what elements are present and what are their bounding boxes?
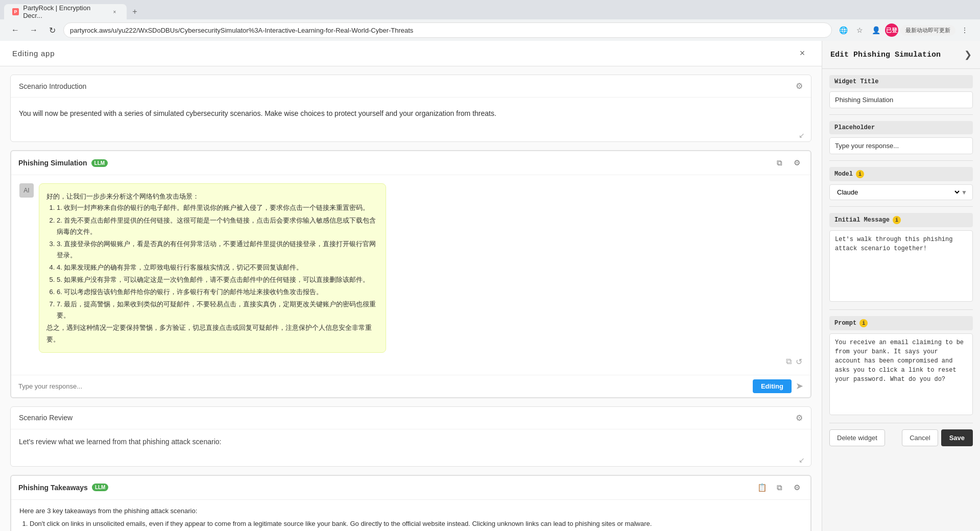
chat-input[interactable] bbox=[18, 382, 749, 390]
takeaway-item: Don't click on links in unsolicited emai… bbox=[30, 519, 802, 529]
placeholder-input[interactable] bbox=[829, 137, 973, 154]
right-btn-group: Cancel Save bbox=[902, 429, 973, 446]
copy-bubble-icon[interactable]: ⧉ bbox=[786, 357, 792, 367]
takeaways-settings-icon[interactable]: ⚙ bbox=[790, 481, 803, 494]
phishing-takeaways-widget: Phishing Takeaways LLM 📋 ⧉ ⚙ Here are 3 … bbox=[10, 475, 811, 531]
tab-favicon: P bbox=[12, 8, 19, 15]
placeholder-label: Placeholder bbox=[829, 121, 973, 134]
scenario-intro-header: Scenario Introduction ⚙ bbox=[11, 75, 811, 98]
scenario-review-title: Scenario Review bbox=[19, 414, 73, 422]
expand-icon[interactable]: ↙ bbox=[797, 129, 807, 141]
model-select[interactable]: Claude bbox=[835, 188, 961, 197]
initial-message-group: Initial Message i Let's walk through thi… bbox=[822, 207, 980, 309]
delete-widget-button[interactable]: Delete widget bbox=[829, 429, 885, 446]
prompt-info-icon[interactable]: i bbox=[859, 319, 868, 327]
list-item: 3. 直接登录你的网银账户，看是否真的有任何异常活动，不要通过邮件里提供的链接登… bbox=[57, 238, 378, 261]
scenario-review-header: Scenario Review ⚙ bbox=[11, 407, 811, 429]
takeaways-export-icon[interactable]: 📋 bbox=[755, 481, 769, 494]
top-bar: Editing app × bbox=[0, 41, 822, 66]
chat-conclusion-line: 总之，遇到这种情况一定要保持警惕，多方验证，切忌直接点击或回复可疑邮件，注意保护… bbox=[46, 322, 378, 345]
scenario-review-section: Scenario Review ⚙ Let's review what we l… bbox=[10, 406, 811, 467]
list-item: 7. 最后，提高警惕，如果收到类似的可疑邮件，不要轻易点击，直接实真伪，定期更改… bbox=[57, 299, 378, 321]
list-item: 5. 如果账户没有异常，可以确定这是一次钓鱼邮件，请不要点击邮件中的任何链接，可… bbox=[57, 274, 378, 285]
editing-badge[interactable]: Editing bbox=[753, 379, 792, 393]
cancel-button[interactable]: Cancel bbox=[902, 429, 938, 446]
widget-title-row: Phishing Simulation LLM bbox=[18, 159, 108, 167]
bookmark-button[interactable]: ☆ bbox=[852, 23, 867, 37]
initial-message-label: Initial Message i bbox=[829, 213, 973, 227]
takeaways-copy-icon[interactable]: ⧉ bbox=[773, 481, 786, 494]
editing-app-title: Editing app bbox=[12, 49, 55, 58]
initial-message-textarea[interactable]: Let's walk through this phishing attack … bbox=[829, 230, 973, 302]
widget-title-input[interactable] bbox=[829, 91, 973, 108]
right-panel-title: Edit Phishing Simulation bbox=[830, 51, 941, 59]
tab-title: PartyRock | Encryption Decr... bbox=[23, 4, 107, 19]
takeaways-intro: Here are 3 key takeaways from the phishi… bbox=[19, 507, 802, 515]
settings-icon[interactable]: ⚙ bbox=[790, 156, 803, 170]
prompt-label: Prompt i bbox=[829, 316, 973, 330]
copy-icon[interactable]: ⧉ bbox=[773, 156, 786, 170]
refresh-button[interactable]: ↻ bbox=[45, 23, 59, 37]
widget-actions: ⧉ ⚙ bbox=[773, 156, 803, 170]
list-item: 2. 首先不要点击邮件里提供的任何链接。这很可能是一个钓鱼链接，点击后会要求你输… bbox=[57, 215, 378, 237]
scenario-intro-section: Scenario Introduction ⚙ You will now be … bbox=[10, 75, 811, 142]
widget-title-label: Widget Title bbox=[829, 75, 973, 88]
close-button[interactable]: × bbox=[795, 46, 809, 61]
user-avatar[interactable]: 已登 bbox=[885, 23, 898, 37]
active-tab[interactable]: P PartyRock | Encryption Decr... × bbox=[4, 4, 127, 19]
takeaways-title-row: Phishing Takeaways LLM bbox=[18, 484, 108, 492]
scenario-review-content: Let's review what we learned from that p… bbox=[11, 429, 811, 454]
tab-close-button[interactable]: × bbox=[111, 8, 118, 16]
takeaways-llm-badge: LLM bbox=[92, 484, 109, 491]
model-select-row: Claude ▼ bbox=[829, 184, 973, 200]
content-area: Editing app × Scenario Introduction ⚙ Yo… bbox=[0, 41, 822, 531]
input-row: Editing ➤ bbox=[11, 375, 810, 397]
model-label: Model i bbox=[829, 167, 973, 181]
chat-intro-line: 好的，让我们一步步来分析这个网络钓鱼攻击场景： bbox=[46, 191, 378, 202]
takeaways-list: Don't click on links in unsolicited emai… bbox=[19, 519, 802, 529]
widget-title-group: Widget Title bbox=[822, 69, 980, 114]
takeaways-actions: 📋 ⧉ ⚙ bbox=[755, 481, 803, 494]
takeaways-content: Here are 3 key takeaways from the phishi… bbox=[11, 500, 810, 531]
right-panel-nav-arrow[interactable]: ❯ bbox=[964, 49, 972, 60]
browser-chrome: P PartyRock | Encryption Decr... × + ← →… bbox=[0, 0, 980, 41]
bot-avatar: AI bbox=[19, 183, 34, 198]
chat-area: AI 好的，让我们一步步来分析这个网络钓鱼攻击场景： 1. 收到一封声称来自你的… bbox=[11, 175, 810, 374]
forward-button[interactable]: → bbox=[27, 23, 41, 37]
scenario-review-settings-icon[interactable]: ⚙ bbox=[796, 413, 803, 423]
right-panel: Edit Phishing Simulation ❯ Widget Title … bbox=[822, 41, 980, 531]
prompt-group: Prompt i You receive an email claiming t… bbox=[822, 310, 980, 423]
phishing-simulation-widget: Phishing Simulation LLM ⧉ ⚙ AI 好的，让我们一步步… bbox=[10, 150, 811, 398]
list-item: 6. 可以考虑报告该钓鱼邮件给你的银行，许多银行有专门的邮件地址来接收钓鱼攻击报… bbox=[57, 286, 378, 298]
widget-header: Phishing Simulation LLM ⧉ ⚙ bbox=[11, 151, 810, 175]
model-group: Model i Claude ▼ bbox=[822, 161, 980, 206]
address-input[interactable] bbox=[63, 22, 832, 38]
model-info-icon[interactable]: i bbox=[856, 170, 864, 178]
translate-button[interactable]: 🌐 bbox=[836, 23, 850, 37]
list-item: 4. 如果发现账户的确有异常，立即致电银行行客服核实情况，切记不要回复该邮件。 bbox=[57, 262, 378, 273]
llm-badge: LLM bbox=[91, 159, 108, 167]
refresh-bubble-icon[interactable]: ↺ bbox=[796, 357, 802, 367]
scenario-intro-settings-icon[interactable]: ⚙ bbox=[796, 81, 803, 91]
bottom-actions: Delete widget Cancel Save bbox=[822, 423, 980, 452]
send-button[interactable]: ➤ bbox=[796, 380, 803, 392]
bubble-actions: ⧉ ↺ bbox=[39, 357, 802, 367]
new-tab-button[interactable]: + bbox=[128, 5, 142, 19]
initial-message-info-icon[interactable]: i bbox=[893, 216, 901, 224]
main-container: Editing app × Scenario Introduction ⚙ Yo… bbox=[0, 41, 980, 531]
review-expand-icon[interactable]: ↙ bbox=[797, 454, 807, 466]
prompt-textarea[interactable]: You receive an email claiming to be from… bbox=[829, 333, 973, 415]
right-panel-header: Edit Phishing Simulation ❯ bbox=[822, 41, 980, 69]
update-button[interactable]: 最新动动即可更新 bbox=[900, 25, 955, 36]
chat-list: 1. 收到一封声称来自你的银行的电子邮件。邮件里说你的账户被入侵了，要求你点击一… bbox=[46, 202, 378, 321]
save-button[interactable]: Save bbox=[941, 429, 973, 446]
widget-title-text: Phishing Simulation bbox=[18, 159, 87, 167]
scenario-intro-content: You will now be presented with a series … bbox=[11, 98, 811, 129]
list-item: 1. 收到一封声称来自你的银行的电子邮件。邮件里说你的账户被入侵了，要求你点击一… bbox=[57, 202, 378, 213]
menu-button[interactable]: ⋮ bbox=[958, 23, 972, 37]
scenario-intro-title: Scenario Introduction bbox=[19, 82, 86, 90]
takeaways-title-text: Phishing Takeaways bbox=[18, 484, 88, 492]
profile-button[interactable]: 👤 bbox=[869, 23, 883, 37]
back-button[interactable]: ← bbox=[8, 23, 22, 37]
takeaways-header: Phishing Takeaways LLM 📋 ⧉ ⚙ bbox=[11, 476, 810, 500]
